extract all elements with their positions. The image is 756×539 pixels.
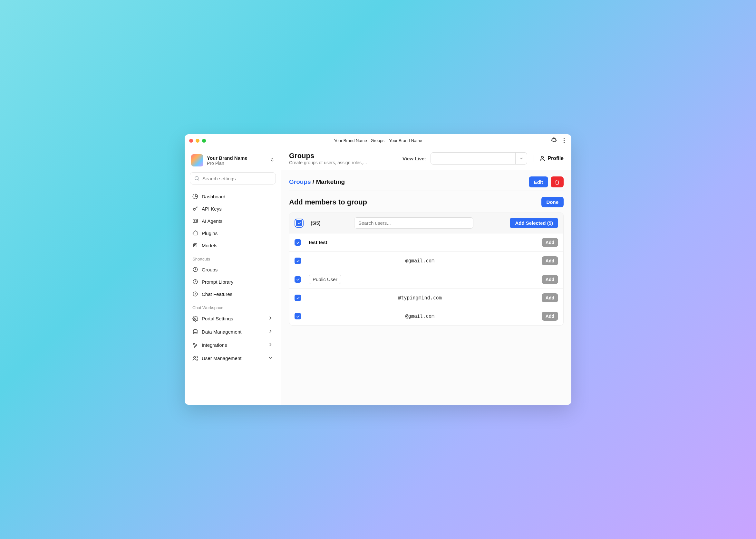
main-content: Groups Create groups of users, assign ro…: [281, 147, 571, 405]
row-checkbox[interactable]: [295, 276, 301, 283]
check-icon: [296, 277, 300, 281]
svg-point-11: [194, 356, 196, 358]
settings-search-input[interactable]: [202, 176, 272, 181]
gear-icon: [192, 316, 198, 322]
svg-point-0: [195, 177, 199, 180]
svg-point-3: [194, 221, 195, 221]
add-button[interactable]: Add: [542, 238, 558, 247]
zoom-window-button[interactable]: [202, 139, 206, 143]
row-checkbox[interactable]: [295, 313, 301, 319]
chevron-down-icon: [515, 153, 527, 164]
svg-point-9: [195, 318, 196, 319]
breadcrumb-root[interactable]: Groups: [289, 178, 311, 185]
trash-icon: [555, 180, 560, 185]
nav-chat-features[interactable]: Chat Features: [189, 288, 277, 300]
extension-icon[interactable]: [551, 137, 556, 144]
member-email: @gmail.com: [405, 258, 434, 264]
row-checkbox[interactable]: [295, 239, 301, 246]
key-icon: [192, 206, 198, 211]
table-row: @gmail.com Add: [289, 307, 563, 325]
row-checkbox[interactable]: [295, 295, 301, 301]
check-icon: [296, 259, 300, 263]
add-button[interactable]: Add: [542, 256, 558, 265]
row-checkbox[interactable]: [295, 258, 301, 264]
nav-models[interactable]: Models: [189, 239, 277, 252]
more-menu-icon[interactable]: [561, 138, 567, 143]
check-icon: [296, 314, 300, 318]
page-subtitle: Create groups of users, assign roles,…: [289, 160, 367, 165]
settings-search[interactable]: [190, 172, 276, 185]
breadcrumb-current: Marketing: [316, 178, 345, 185]
table-row: test test Add: [289, 233, 563, 252]
add-button[interactable]: Add: [542, 293, 558, 302]
nav-prompt-library[interactable]: Prompt Library: [189, 275, 277, 288]
nav-label: Dashboard: [202, 194, 225, 199]
breadcrumb-sep: /: [313, 178, 316, 185]
page-title: Groups: [289, 152, 367, 160]
profile-link[interactable]: Profile: [534, 155, 564, 162]
add-button[interactable]: Add: [542, 275, 558, 284]
nav-label: Data Management: [202, 329, 241, 335]
window-title: Your Brand Name - Groups – Your Brand Na…: [334, 138, 422, 143]
svg-point-10: [193, 329, 197, 331]
user-icon: [539, 155, 545, 162]
workspace-switcher[interactable]: Your Brand Name Pro Plan: [189, 153, 277, 168]
viewlive-select[interactable]: [430, 152, 527, 165]
nav-dashboard[interactable]: Dashboard: [189, 190, 277, 202]
nav-label: User Management: [202, 355, 241, 361]
sidebar: Your Brand Name Pro Plan Dashboard API K…: [185, 147, 281, 405]
section-shortcuts-label: Shortcuts: [189, 252, 277, 264]
clock-icon: [192, 279, 198, 285]
nav-label: Groups: [202, 267, 218, 272]
chevron-down-icon: [267, 355, 273, 361]
app-window: Your Brand Name - Groups – Your Brand Na…: [185, 134, 571, 405]
svg-point-1: [193, 208, 195, 210]
nav-label: Prompt Library: [202, 279, 233, 285]
nav-integrations[interactable]: Integrations: [189, 339, 277, 351]
users-icon: [192, 355, 198, 361]
profile-label: Profile: [547, 156, 564, 161]
minimize-window-button[interactable]: [196, 139, 200, 143]
nav-api-keys[interactable]: API Keys: [189, 202, 277, 215]
nav-label: AI Agents: [202, 218, 222, 224]
clock-icon: [192, 267, 198, 272]
clock-icon: [192, 291, 198, 297]
chip-icon: [192, 243, 198, 248]
delete-button[interactable]: [551, 177, 564, 188]
nav-label: API Keys: [202, 206, 222, 211]
nav-label: Chat Features: [202, 291, 232, 297]
user-search-input[interactable]: [354, 217, 473, 229]
svg-rect-4: [194, 244, 197, 247]
edit-button[interactable]: Edit: [529, 177, 548, 188]
nav-data-management[interactable]: Data Management: [189, 325, 277, 339]
members-table: (5/5) Add Selected (5) test test Add: [289, 212, 564, 326]
nav-groups[interactable]: Groups: [189, 264, 277, 275]
breadcrumb: Groups / Marketing: [289, 178, 345, 186]
nav-label: Plugins: [202, 231, 218, 236]
svg-point-12: [541, 156, 544, 158]
nav-user-management[interactable]: User Management: [189, 351, 277, 365]
table-row: @gmail.com Add: [289, 252, 563, 270]
nav-portal-settings[interactable]: Portal Settings: [189, 312, 277, 325]
selection-count: (5/5): [311, 220, 321, 226]
done-button[interactable]: Done: [541, 197, 564, 207]
table-row: @typingmind.com Add: [289, 289, 563, 307]
add-members-heading: Add members to group: [289, 198, 367, 206]
chevron-right-icon: [267, 342, 273, 348]
member-badge: Public User: [309, 275, 341, 284]
select-all-checkbox[interactable]: [295, 219, 304, 228]
pie-chart-icon: [192, 193, 198, 199]
search-icon: [194, 176, 200, 181]
id-card-icon: [192, 218, 198, 224]
member-email: @gmail.com: [405, 313, 434, 319]
add-selected-button[interactable]: Add Selected (5): [510, 218, 558, 228]
nav-ai-agents[interactable]: AI Agents: [189, 215, 277, 227]
member-email: @typingmind.com: [398, 295, 441, 301]
tools-icon: [192, 342, 198, 348]
close-window-button[interactable]: [189, 139, 193, 143]
check-icon: [296, 296, 300, 300]
nav-plugins[interactable]: Plugins: [189, 227, 277, 239]
add-button[interactable]: Add: [542, 312, 558, 321]
database-icon: [192, 329, 198, 335]
member-name: test test: [309, 240, 328, 245]
